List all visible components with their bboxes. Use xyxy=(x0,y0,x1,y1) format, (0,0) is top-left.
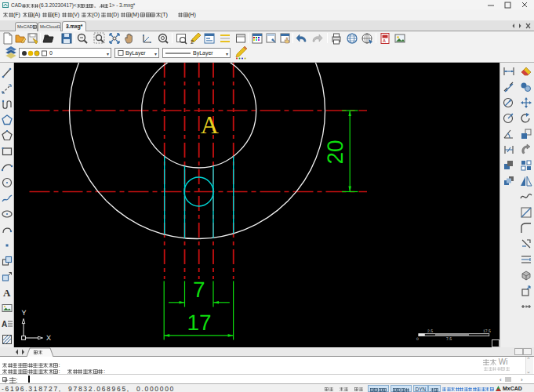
svg-text:A: A xyxy=(383,38,386,43)
svg-text:20: 20 xyxy=(323,140,347,164)
svg-text:2.5: 2.5 xyxy=(427,329,433,334)
svg-text:Y: Y xyxy=(21,309,26,317)
svg-text:A: A xyxy=(201,111,219,139)
svg-text:7: 7 xyxy=(193,278,205,302)
svg-text:X: X xyxy=(46,334,51,342)
svg-text:7.5: 7.5 xyxy=(446,337,452,342)
svg-text:A: A xyxy=(3,287,11,299)
svg-text:A: A xyxy=(2,320,7,328)
svg-text:17: 17 xyxy=(187,310,211,335)
svg-text:17.5: 17.5 xyxy=(483,329,491,334)
svg-text:0: 0 xyxy=(416,337,419,342)
svg-text:2: 2 xyxy=(191,39,194,45)
